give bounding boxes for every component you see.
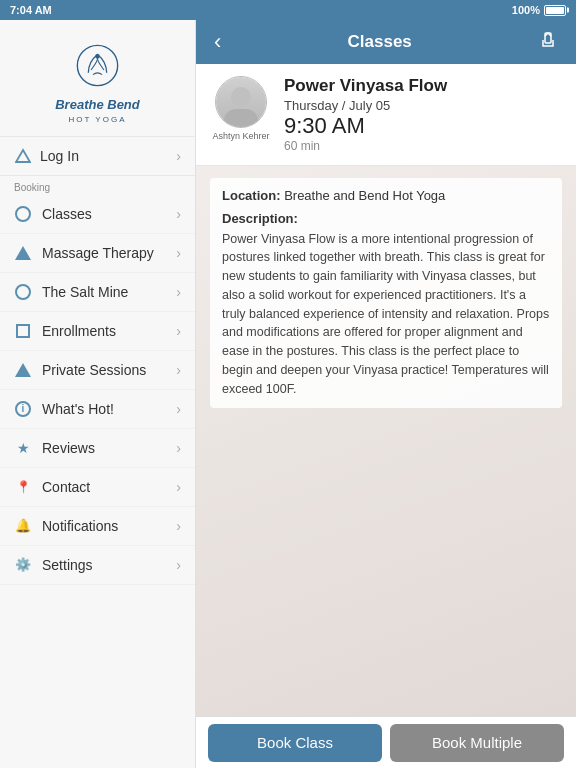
location-value: Breathe and Bend Hot Yoga — [284, 188, 445, 203]
location-label: Location: — [222, 188, 281, 203]
main-content: ‹ Classes Ashtyn Kehrer — [196, 20, 576, 768]
logo-text: Breathe Bend — [55, 97, 140, 113]
contact-chevron: › — [176, 479, 181, 495]
sidebar-login-item[interactable]: Log In › — [0, 137, 195, 176]
classes-chevron: › — [176, 206, 181, 222]
class-header: Ashtyn Kehrer Power Vinyasa Flow Thursda… — [196, 64, 576, 166]
svg-point-0 — [77, 45, 117, 85]
status-right: 100% — [512, 4, 566, 16]
status-bar: 7:04 AM 100% — [0, 0, 576, 20]
sidebar-item-classes[interactable]: Classes › — [0, 195, 195, 234]
sidebar-item-massage-therapy[interactable]: Massage Therapy › — [0, 234, 195, 273]
contact-icon: 📍 — [14, 478, 32, 496]
avatar-image — [215, 76, 267, 128]
classes-label: Classes — [42, 206, 92, 222]
sidebar-item-salt-mine[interactable]: The Salt Mine › — [0, 273, 195, 312]
share-button[interactable] — [530, 30, 566, 55]
salt-mine-chevron: › — [176, 284, 181, 300]
enrollments-icon — [14, 322, 32, 340]
book-class-button[interactable]: Book Class — [208, 724, 382, 762]
nav-title: Classes — [229, 32, 530, 52]
settings-icon: ⚙️ — [14, 556, 32, 574]
sidebar-item-notifications[interactable]: 🔔 Notifications › — [0, 507, 195, 546]
detail-content-box: Location: Breathe and Bend Hot Yoga Desc… — [210, 178, 562, 409]
login-chevron: › — [176, 148, 181, 164]
sidebar-item-private-sessions[interactable]: Private Sessions › — [0, 351, 195, 390]
massage-label: Massage Therapy — [42, 245, 154, 261]
class-date: Thursday / July 05 — [284, 98, 562, 113]
sidebar-section-booking: Booking — [0, 176, 195, 195]
detail-body: Location: Breathe and Bend Hot Yoga Desc… — [196, 166, 576, 716]
instructor-name: Ashtyn Kehrer — [212, 131, 269, 141]
whats-hot-icon: i — [14, 400, 32, 418]
reviews-chevron: › — [176, 440, 181, 456]
nav-bar: ‹ Classes — [196, 20, 576, 64]
reviews-label: Reviews — [42, 440, 95, 456]
logo-subtitle: HOT YOGA — [69, 115, 127, 124]
private-sessions-label: Private Sessions — [42, 362, 146, 378]
private-sessions-chevron: › — [176, 362, 181, 378]
description-title: Description: — [222, 211, 550, 226]
notifications-icon: 🔔 — [14, 517, 32, 535]
battery-fill — [546, 7, 564, 14]
sidebar-item-enrollments[interactable]: Enrollments › — [0, 312, 195, 351]
reviews-icon: ★ — [14, 439, 32, 457]
sidebar-item-whats-hot[interactable]: i What's Hot! › — [0, 390, 195, 429]
class-duration: 60 min — [284, 139, 562, 153]
settings-label: Settings — [42, 557, 93, 573]
sidebar-item-settings[interactable]: ⚙️ Settings › — [0, 546, 195, 585]
sidebar-item-reviews[interactable]: ★ Reviews › — [0, 429, 195, 468]
svg-marker-2 — [16, 150, 30, 162]
enrollments-label: Enrollments — [42, 323, 116, 339]
massage-icon — [14, 244, 32, 262]
salt-mine-label: The Salt Mine — [42, 284, 128, 300]
sidebar-logo: Breathe Bend HOT YOGA — [0, 20, 195, 137]
battery-icon — [544, 5, 566, 16]
instructor-avatar: Ashtyn Kehrer — [210, 76, 272, 153]
app-container: Breathe Bend HOT YOGA Log In › Booking C… — [0, 20, 576, 768]
salt-mine-icon — [14, 283, 32, 301]
class-info: Power Vinyasa Flow Thursday / July 05 9:… — [284, 76, 562, 153]
private-sessions-icon — [14, 361, 32, 379]
warning-icon — [14, 147, 32, 165]
back-button[interactable]: ‹ — [206, 31, 229, 53]
class-time: 9:30 AM — [284, 114, 562, 138]
book-multiple-button[interactable]: Book Multiple — [390, 724, 564, 762]
svg-point-1 — [95, 54, 100, 59]
massage-chevron: › — [176, 245, 181, 261]
status-time: 7:04 AM — [10, 4, 52, 16]
logo-svg — [70, 38, 125, 93]
description-text: Power Vinyasa Flow is a more intentional… — [222, 230, 550, 399]
contact-label: Contact — [42, 479, 90, 495]
login-label: Log In — [40, 148, 79, 164]
classes-icon — [14, 205, 32, 223]
whats-hot-label: What's Hot! — [42, 401, 114, 417]
sidebar: Breathe Bend HOT YOGA Log In › Booking C… — [0, 20, 196, 768]
notifications-chevron: › — [176, 518, 181, 534]
class-location: Location: Breathe and Bend Hot Yoga — [222, 188, 550, 203]
battery-percentage: 100% — [512, 4, 540, 16]
notifications-label: Notifications — [42, 518, 118, 534]
bottom-bar: Book Class Book Multiple — [196, 716, 576, 768]
settings-chevron: › — [176, 557, 181, 573]
whats-hot-chevron: › — [176, 401, 181, 417]
sidebar-item-contact[interactable]: 📍 Contact › — [0, 468, 195, 507]
enrollments-chevron: › — [176, 323, 181, 339]
class-title: Power Vinyasa Flow — [284, 76, 562, 96]
